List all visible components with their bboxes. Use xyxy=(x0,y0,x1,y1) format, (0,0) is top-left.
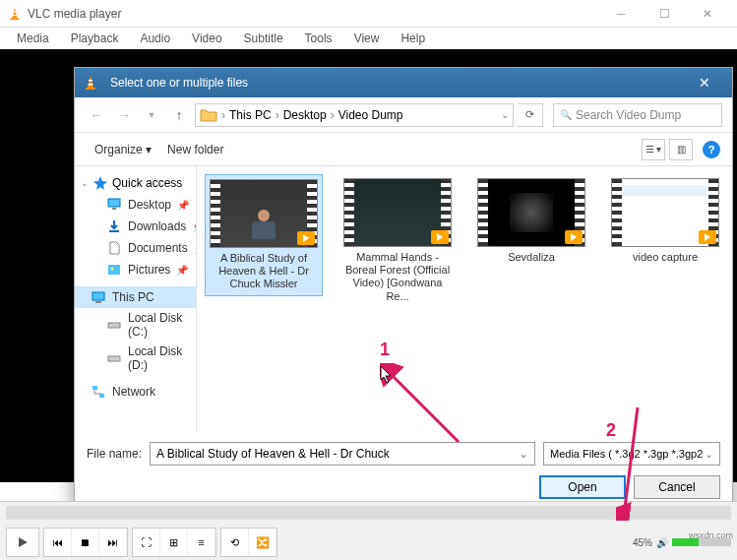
folder-icon xyxy=(200,107,217,123)
svg-rect-7 xyxy=(112,208,116,210)
filename-label: File name: xyxy=(87,447,142,461)
play-overlay-icon xyxy=(297,231,315,245)
downloads-icon xyxy=(106,218,122,234)
sidebar-item-drive-d[interactable]: Local Disk (D:) xyxy=(75,342,196,375)
next-button[interactable]: ⏭ xyxy=(99,529,127,556)
vlc-cone-icon xyxy=(83,75,98,91)
menubar: Media Playback Audio Video Subtitle Tool… xyxy=(0,28,737,49)
help-button[interactable]: ? xyxy=(703,141,720,158)
menu-video[interactable]: Video xyxy=(183,30,230,47)
file-label: video capture xyxy=(610,251,720,264)
svg-rect-4 xyxy=(89,80,92,82)
dialog-close-button[interactable]: ✕ xyxy=(685,75,724,91)
stop-button[interactable]: ⏹ xyxy=(72,529,99,556)
speaker-icon[interactable]: 🔊 xyxy=(656,537,668,548)
sidebar: ⌄ Quick access Desktop📌 Downloads📌 Docum… xyxy=(75,166,197,432)
menu-tools[interactable]: Tools xyxy=(296,30,341,47)
pictures-icon xyxy=(106,262,122,278)
minimize-button[interactable]: ─ xyxy=(599,0,643,28)
fullscreen-button[interactable]: ⛶ xyxy=(133,529,160,556)
file-item[interactable]: Mammal Hands - Boreal Forest (Official V… xyxy=(338,174,457,307)
organize-button[interactable]: Organize ▾ xyxy=(87,139,159,160)
player-controls: ⏮ ⏹ ⏭ ⛶ ⊞ ≡ ⟲ 🔀 45% 🔊 xyxy=(0,501,737,560)
video-thumbnail xyxy=(477,178,585,247)
svg-rect-15 xyxy=(99,394,104,398)
open-button[interactable]: Open xyxy=(539,475,626,499)
file-item[interactable]: video capture xyxy=(606,174,724,268)
svg-rect-2 xyxy=(13,14,17,15)
new-folder-button[interactable]: New folder xyxy=(159,139,231,160)
refresh-button[interactable]: ⟳ xyxy=(518,103,543,127)
breadcrumb[interactable]: › This PC › Desktop › Video Dump ⌄ xyxy=(195,103,514,127)
shuffle-button[interactable]: 🔀 xyxy=(249,529,276,556)
network-icon xyxy=(91,384,106,400)
filetype-filter[interactable]: Media Files ( *.3g2 *.3gp *.3gp2⌄ xyxy=(543,442,720,466)
desktop-icon xyxy=(106,197,122,213)
loop-button[interactable]: ⟲ xyxy=(221,529,249,556)
timeline-slider[interactable] xyxy=(6,506,731,520)
view-mode-button[interactable]: ☰ ▾ xyxy=(642,139,665,160)
menu-audio[interactable]: Audio xyxy=(131,30,179,47)
ext-settings-button[interactable]: ⊞ xyxy=(160,529,188,556)
file-open-dialog: Select one or multiple files ✕ ← → ▼ ↑ ›… xyxy=(74,67,733,510)
window-title: VLC media player xyxy=(28,7,599,21)
pc-icon xyxy=(91,289,106,305)
watermark: wsxdn.com xyxy=(689,530,733,540)
svg-rect-3 xyxy=(86,88,95,90)
nav-forward-button[interactable]: → xyxy=(112,103,136,127)
svg-rect-12 xyxy=(108,323,120,328)
sidebar-quick-access[interactable]: ⌄ Quick access xyxy=(75,172,196,194)
play-overlay-icon xyxy=(699,230,716,244)
star-icon xyxy=(92,175,108,191)
sidebar-item-downloads[interactable]: Downloads📌 xyxy=(75,216,196,237)
sidebar-item-desktop[interactable]: Desktop📌 xyxy=(75,194,196,216)
svg-point-9 xyxy=(111,268,114,271)
breadcrumb-part[interactable]: Desktop xyxy=(283,108,327,122)
play-button[interactable] xyxy=(6,528,39,557)
file-grid: A Biblical Study of Heaven & Hell - Dr C… xyxy=(197,166,732,432)
vlc-cone-icon xyxy=(8,7,22,21)
file-item[interactable]: A Biblical Study of Heaven & Hell - Dr C… xyxy=(205,174,323,296)
sidebar-item-drive-c[interactable]: Local Disk (C:) xyxy=(75,308,196,342)
preview-pane-button[interactable]: ▥ xyxy=(669,139,693,160)
documents-icon xyxy=(106,240,122,256)
svg-rect-5 xyxy=(89,84,93,86)
menu-view[interactable]: View xyxy=(345,30,389,47)
menu-subtitle[interactable]: Subtitle xyxy=(235,30,292,47)
svg-rect-13 xyxy=(108,356,120,361)
drive-icon xyxy=(106,317,122,333)
breadcrumb-part[interactable]: Video Dump xyxy=(338,108,403,122)
svg-rect-8 xyxy=(108,265,120,275)
nav-recent-button[interactable]: ▼ xyxy=(140,103,163,127)
video-thumbnail xyxy=(611,178,719,247)
menu-playback[interactable]: Playback xyxy=(62,30,128,47)
sidebar-item-documents[interactable]: Documents📌 xyxy=(75,237,196,259)
prev-button[interactable]: ⏮ xyxy=(44,529,72,556)
nav-up-button[interactable]: ↑ xyxy=(167,103,191,127)
search-input[interactable]: Search Video Dump xyxy=(553,103,722,127)
nav-back-button[interactable]: ← xyxy=(85,103,108,127)
video-thumbnail xyxy=(343,178,452,247)
svg-rect-1 xyxy=(13,11,17,12)
drive-icon xyxy=(106,350,122,366)
menu-media[interactable]: Media xyxy=(8,30,58,47)
svg-rect-10 xyxy=(92,292,104,300)
sidebar-item-network[interactable]: Network xyxy=(75,381,196,403)
sidebar-item-this-pc[interactable]: This PC xyxy=(75,286,196,308)
svg-rect-14 xyxy=(92,386,97,390)
settings-button[interactable]: ≡ xyxy=(188,529,215,556)
file-item[interactable]: Sevdaliza xyxy=(472,174,590,268)
close-button[interactable]: ✕ xyxy=(686,0,729,28)
maximize-button[interactable]: ☐ xyxy=(643,0,686,28)
breadcrumb-part[interactable]: This PC xyxy=(229,108,272,122)
svg-rect-6 xyxy=(108,199,120,207)
volume-percent: 45% xyxy=(633,537,652,548)
filename-input[interactable]: A Biblical Study of Heaven & Hell - Dr C… xyxy=(150,442,535,466)
file-label: Mammal Hands - Boreal Forest (Official V… xyxy=(342,251,453,303)
cancel-button[interactable]: Cancel xyxy=(634,475,720,499)
sidebar-item-pictures[interactable]: Pictures📌 xyxy=(75,259,196,280)
dialog-title: Select one or multiple files xyxy=(110,76,685,90)
menu-help[interactable]: Help xyxy=(392,30,434,47)
video-thumbnail xyxy=(210,179,318,248)
svg-rect-11 xyxy=(95,301,101,303)
